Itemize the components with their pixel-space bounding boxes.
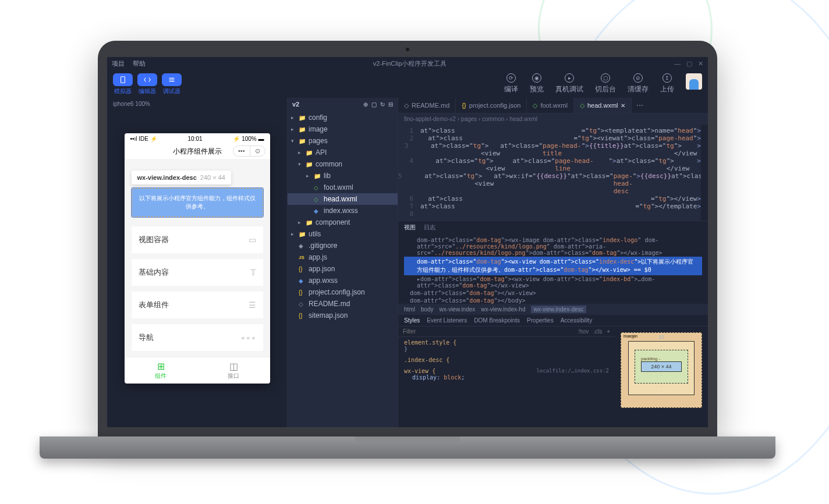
tree-item[interactable]: {}app.json (288, 263, 398, 275)
mode-simulator[interactable]: 模拟器 (113, 73, 133, 95)
elements-breadcrumb[interactable]: htmlbodywx-view.indexwx-view.index-hdwx-… (398, 304, 708, 315)
styles-subtab[interactable]: Event Listeners (427, 317, 467, 324)
tree-item[interactable]: ◆.gitignore (288, 240, 398, 251)
background-icon: ▢ (601, 73, 610, 83)
tree-arrow-icon: ▾ (291, 138, 296, 144)
editor-tab[interactable]: {}project.config.json (456, 98, 527, 113)
file-icon: ◆ (299, 278, 306, 284)
tree-item[interactable]: {}project.config.json (288, 286, 398, 298)
avatar[interactable] (686, 73, 702, 90)
explorer-action-icon[interactable]: ↻ (380, 101, 385, 108)
tree-item[interactable]: {}sitemap.json (288, 310, 398, 321)
tb-upload[interactable]: ↥上传 (660, 73, 674, 94)
tab-label: foot.wxml (540, 102, 567, 109)
css-source[interactable]: localfile:/…index.css:2 (536, 368, 609, 374)
tb-preview[interactable]: ◉预览 (530, 73, 544, 94)
tree-label: component (316, 218, 350, 226)
crumb-item[interactable]: html (404, 306, 415, 313)
mode-editor[interactable]: 编辑器 (137, 73, 157, 95)
tree-item[interactable]: ▸📁utils (288, 228, 398, 240)
list-item[interactable]: 视图容器▭ (132, 226, 263, 253)
css-declaration[interactable]: display: block; (404, 374, 609, 381)
filter-action[interactable]: .cls (593, 328, 602, 335)
explorer-action-icon[interactable]: ▢ (371, 101, 377, 108)
menu-help[interactable]: 帮助 (133, 59, 146, 68)
styles-subtab[interactable]: DOM Breakpoints (474, 317, 520, 324)
mode-debugger[interactable]: 调试器 (162, 73, 182, 95)
menu-project[interactable]: 项目 (112, 59, 125, 68)
dom-node[interactable]: ▸dom-attr">class="dom-tag"><wx-view dom-… (404, 275, 702, 289)
css-selector[interactable]: .index-desc { (404, 357, 449, 363)
crumb-item[interactable]: body (421, 306, 434, 313)
filter-action[interactable]: :hov (578, 328, 589, 335)
breadcrumb[interactable]: fino-applet-demo-v2 › pages › common › h… (398, 113, 708, 125)
styles-subtab[interactable]: Properties (527, 317, 554, 324)
file-icon: ◇ (404, 102, 409, 109)
tree-item[interactable]: ▸📁config (288, 112, 398, 123)
editor-tab[interactable]: ◇README.md (398, 98, 456, 113)
devtools-tab[interactable]: 视图 (404, 223, 416, 232)
inspected-element[interactable]: 以下将展示小程序官方组件能力，组件样式仅供参考。 (132, 188, 263, 217)
styles-subtab[interactable]: Accessibility (561, 317, 592, 324)
tree-item[interactable]: ▾📁pages (288, 135, 398, 147)
capsule-more-icon[interactable]: ••• (233, 146, 250, 156)
tree-item[interactable]: ▾📁common (288, 158, 398, 170)
tb-clear-cache[interactable]: ⊘清缓存 (628, 73, 649, 94)
crumb-item[interactable]: wx-view.index (440, 306, 476, 313)
tree-item[interactable]: ◇head.wxml (288, 193, 398, 205)
editor-tab[interactable]: ◇head.wxml✕ (574, 98, 632, 113)
styles-rules[interactable]: element.style {}.index-desc {</span></di… (398, 337, 615, 383)
file-icon: 📁 (299, 126, 306, 133)
tree-item[interactable]: ▸📁component (288, 216, 398, 228)
crumb-item[interactable]: wx-view.index-hd (481, 306, 525, 313)
tab-close-icon[interactable]: ✕ (621, 102, 625, 109)
tree-item[interactable]: ▸📁lib (288, 170, 398, 182)
tree-item[interactable]: ◆app.wxss (288, 275, 398, 286)
devtools-tab[interactable]: 日志 (424, 223, 435, 232)
close-icon[interactable]: ✕ (698, 60, 703, 68)
styles-filter-input[interactable] (403, 328, 578, 335)
minimize-icon[interactable]: — (674, 60, 681, 68)
tb-background[interactable]: ▢切后台 (595, 73, 616, 94)
file-icon: {} (299, 266, 306, 272)
code-editor[interactable]: 1at">class="tg"><template at">name="head… (398, 125, 708, 221)
tab-icon: ◫ (197, 361, 270, 372)
tree-arrow-icon: ▾ (298, 161, 303, 167)
code-text: at">class (420, 195, 651, 203)
phone-preview[interactable]: ••ıl IDE ⚡ 10:01 ⚡ 100% ▬ 小程序组件展示 ••• ⊙ (125, 133, 270, 384)
explorer-action-icon[interactable]: ⊟ (388, 101, 393, 108)
elements-panel[interactable]: dom-attr">class="dom-tag"><wx-image dom-… (398, 234, 708, 304)
tree-item[interactable]: ▸📁API (288, 147, 398, 158)
status-signal: ••ıl IDE ⚡ (130, 136, 157, 142)
css-selector[interactable]: element.style { (404, 339, 456, 346)
crumb-item[interactable]: wx-view.index-desc (531, 306, 586, 313)
tree-item[interactable]: ◇foot.wxml (288, 182, 398, 193)
tree-item[interactable]: JSapp.js (288, 251, 398, 263)
styles-subtab[interactable]: Styles (404, 317, 420, 324)
more-tabs-icon[interactable]: ⋯ (632, 98, 648, 113)
dom-node[interactable]: dom-attr">class="dom-tag"><wx-image dom-… (404, 236, 702, 257)
simulator-device-label[interactable]: iphone6 100% (107, 98, 287, 110)
tree-item[interactable]: ▸📁image (288, 123, 398, 135)
capsule-menu[interactable]: ••• ⊙ (233, 145, 265, 157)
dom-node[interactable]: dom-attr">class="dom-tag"><wx-view dom-a… (404, 257, 702, 275)
phone-tab[interactable]: ⊞组件 (125, 357, 197, 384)
list-item[interactable]: 导航∘∘∘ (132, 324, 263, 351)
capsule-close-icon[interactable]: ⊙ (250, 146, 265, 156)
dom-node[interactable]: dom-attr">class="dom-tag"></body> (404, 297, 702, 304)
editor-tab[interactable]: ◇foot.wxml (527, 98, 573, 113)
tree-item[interactable]: ◆index.wxss (288, 205, 398, 216)
tree-label: README.md (309, 300, 350, 308)
phone-tab[interactable]: ◫接口 (197, 357, 270, 384)
dom-node[interactable]: dom-attr">class="dom-tag"></wx-view> (404, 289, 702, 297)
maximize-icon[interactable]: ▢ (686, 60, 692, 68)
list-item[interactable]: 表单组件☰ (132, 292, 263, 318)
status-time: 10:01 (188, 136, 203, 142)
explorer-action-icon[interactable]: ⊕ (363, 101, 368, 108)
css-selector[interactable]: wx-view { (404, 368, 435, 374)
tb-remote-debug[interactable]: ▸真机调试 (555, 73, 583, 94)
filter-action[interactable]: + (607, 328, 610, 335)
list-item[interactable]: 基础内容𝕋 (132, 259, 263, 286)
tree-item[interactable]: ◇README.md (288, 298, 398, 310)
tb-compile[interactable]: ⟳编译 (504, 73, 518, 94)
